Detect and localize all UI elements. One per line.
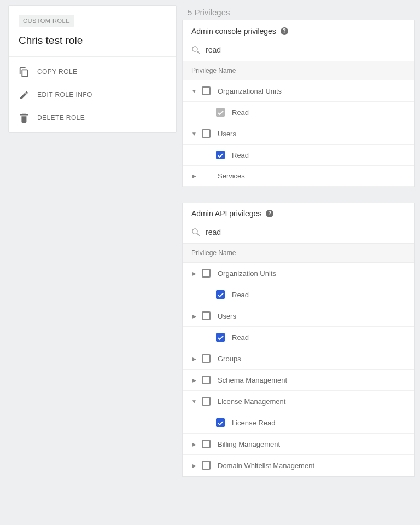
row-users-read[interactable]: Read — [183, 145, 414, 166]
checkbox-users[interactable] — [202, 129, 211, 138]
admin-api-privileges-section: Admin API privileges ? Privilege Name ▶ … — [182, 203, 415, 477]
checkbox-org-units[interactable] — [202, 86, 211, 95]
chevron-down-icon[interactable]: ▼ — [189, 88, 199, 94]
edit-role-info-button[interactable]: EDIT ROLE INFO — [9, 83, 176, 106]
help-icon[interactable]: ? — [281, 27, 288, 35]
role-name: Chris test role — [19, 34, 166, 47]
label: Groups — [213, 355, 241, 363]
search-icon — [191, 228, 200, 236]
column-header: Privilege Name — [183, 61, 414, 80]
chevron-right-icon[interactable]: ▶ — [189, 173, 199, 179]
label: Read — [228, 333, 249, 342]
chevron-right-icon[interactable]: ▶ — [189, 463, 199, 469]
role-card: CUSTOM ROLE Chris test role COPY ROLE ED… — [8, 5, 177, 133]
help-icon[interactable]: ? — [266, 210, 273, 217]
row-api-domain[interactable]: ▶ Domain Whitelist Management — [183, 455, 414, 476]
label: Organization Units — [213, 269, 276, 278]
label: Domain Whitelist Management — [213, 461, 314, 470]
admin-console-privileges-section: Admin console privileges ? Privilege Nam… — [182, 20, 415, 187]
role-type-chip: CUSTOM ROLE — [19, 15, 74, 27]
checkbox-org-units-read — [216, 108, 225, 117]
privileges-panel: 5 Privileges Admin console privileges ? … — [182, 5, 415, 492]
checkbox-api-schema[interactable] — [202, 376, 211, 384]
chevron-right-icon[interactable]: ▶ — [189, 377, 199, 383]
trash-icon — [19, 113, 28, 123]
chevron-right-icon[interactable]: ▶ — [189, 441, 199, 447]
row-api-billing[interactable]: ▶ Billing Management — [183, 434, 414, 455]
checkbox-api-org[interactable] — [202, 269, 211, 278]
label: Schema Management — [213, 376, 287, 384]
checkbox-api-users[interactable] — [202, 311, 211, 320]
checkbox-api-billing[interactable] — [202, 440, 211, 448]
label: Billing Management — [213, 440, 280, 448]
privilege-search-api[interactable] — [183, 222, 414, 243]
chevron-right-icon[interactable]: ▶ — [189, 270, 199, 276]
chevron-right-icon[interactable]: ▶ — [189, 356, 199, 362]
chevron-right-icon[interactable]: ▶ — [189, 313, 199, 319]
label: Users — [213, 130, 236, 138]
row-api-license[interactable]: ▼ License Management — [183, 391, 414, 412]
row-org-units[interactable]: ▼ Organizational Units — [183, 80, 414, 102]
search-input-api[interactable] — [206, 228, 405, 236]
row-api-org[interactable]: ▶ Organization Units — [183, 263, 414, 284]
label: Services — [213, 172, 245, 180]
search-icon — [191, 45, 200, 54]
label: License Management — [213, 397, 285, 406]
edit-role-label: EDIT ROLE INFO — [37, 91, 92, 99]
checkbox-api-domain[interactable] — [202, 461, 211, 470]
row-api-schema[interactable]: ▶ Schema Management — [183, 370, 414, 391]
section-title-console: Admin console privileges — [191, 27, 276, 36]
label: Read — [228, 291, 249, 299]
label: License Read — [228, 419, 276, 427]
privilege-search-console[interactable] — [183, 40, 414, 61]
label: Organizational Units — [213, 87, 282, 95]
row-users[interactable]: ▼ Users — [183, 123, 414, 145]
copy-role-button[interactable]: COPY ROLE — [9, 60, 176, 83]
label: Read — [228, 151, 249, 159]
section-title-api: Admin API privileges — [191, 209, 261, 218]
checkbox-api-license[interactable] — [202, 397, 211, 406]
column-header: Privilege Name — [183, 243, 414, 263]
search-input-console[interactable] — [206, 45, 405, 54]
delete-role-button[interactable]: DELETE ROLE — [9, 106, 176, 129]
label: Users — [213, 312, 236, 320]
chevron-down-icon[interactable]: ▼ — [189, 399, 199, 405]
pencil-icon — [19, 90, 28, 100]
checkbox-users-read[interactable] — [216, 151, 225, 159]
label: Read — [228, 108, 249, 117]
row-api-groups[interactable]: ▶ Groups — [183, 348, 414, 370]
row-api-users[interactable]: ▶ Users — [183, 305, 414, 327]
row-services[interactable]: ▶ Services — [183, 166, 414, 187]
row-api-license-read[interactable]: License Read — [183, 412, 414, 434]
delete-role-label: DELETE ROLE — [37, 114, 85, 122]
row-api-users-read[interactable]: Read — [183, 327, 414, 348]
checkbox-api-groups[interactable] — [202, 354, 211, 363]
panel-title: 5 Privileges — [182, 5, 415, 20]
checkbox-api-org-read[interactable] — [216, 290, 225, 299]
chevron-down-icon[interactable]: ▼ — [189, 131, 199, 137]
copy-icon — [19, 67, 28, 77]
checkbox-api-license-read[interactable] — [216, 418, 225, 427]
row-org-units-read[interactable]: Read — [183, 102, 414, 123]
checkbox-api-users-read[interactable] — [216, 333, 225, 342]
copy-role-label: COPY ROLE — [37, 68, 77, 76]
row-api-org-read[interactable]: Read — [183, 284, 414, 305]
